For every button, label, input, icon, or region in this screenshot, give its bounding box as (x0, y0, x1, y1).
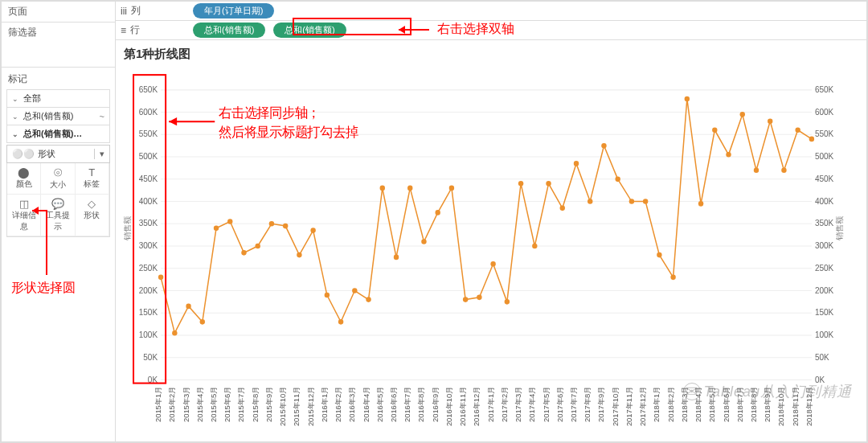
svg-text:2015年3月: 2015年3月 (182, 387, 190, 422)
svg-text:2018年3月: 2018年3月 (681, 387, 689, 422)
svg-point-104 (269, 221, 274, 227)
mark-icon: T (77, 166, 107, 178)
svg-text:100K: 100K (815, 330, 834, 339)
rows-pill-sales-1[interactable]: 总和(销售额) (193, 23, 265, 38)
svg-text:650K: 650K (815, 85, 834, 94)
svg-text:600K: 600K (815, 108, 834, 117)
svg-point-105 (283, 224, 288, 229)
svg-text:2017年11月: 2017年11月 (625, 387, 633, 426)
pages-panel: 页面 (2, 2, 115, 23)
svg-text:2016年9月: 2016年9月 (432, 387, 440, 422)
chart-area[interactable]: 0K0K50K50K100K100K150K150K200K200K250K25… (116, 68, 866, 441)
svg-text:2017年12月: 2017年12月 (639, 387, 647, 426)
svg-point-123 (532, 244, 537, 249)
svg-point-102 (241, 250, 246, 256)
rows-shelf-label: ≡ 行 (121, 23, 185, 37)
sidebar: 页面 筛选器 标记 ⌄全部⌄总和(销售额)~⌄总和(销售额)… ⚪⚪ 形状 ▾ … (2, 2, 116, 441)
svg-point-126 (574, 161, 579, 166)
svg-text:200K: 200K (815, 285, 834, 294)
svg-text:2017年4月: 2017年4月 (528, 387, 536, 422)
svg-text:400K: 400K (815, 197, 834, 206)
svg-text:2016年1月: 2016年1月 (321, 387, 329, 422)
svg-text:2016年6月: 2016年6月 (390, 387, 398, 422)
shape-icon: ⚪⚪ (12, 149, 35, 159)
svg-text:2016年12月: 2016年12月 (473, 387, 481, 426)
svg-text:2018年4月: 2018年4月 (694, 387, 702, 422)
svg-text:2015年10月: 2015年10月 (279, 387, 287, 426)
svg-text:200K: 200K (139, 285, 158, 294)
svg-text:销售额: 销售额 (123, 216, 132, 242)
svg-text:2015年7月: 2015年7月 (238, 387, 246, 422)
svg-text:2018年11月: 2018年11月 (792, 387, 800, 426)
svg-point-140 (768, 118, 772, 124)
svg-marker-146 (169, 117, 177, 125)
svg-text:2018年12月: 2018年12月 (805, 387, 813, 426)
svg-point-111 (366, 297, 371, 302)
svg-text:300K: 300K (815, 241, 834, 250)
svg-text:250K: 250K (815, 264, 834, 273)
svg-text:2018年1月: 2018年1月 (653, 387, 661, 422)
svg-point-127 (588, 199, 592, 204)
svg-text:2017年10月: 2017年10月 (612, 387, 620, 426)
chevron-down-icon: ▾ (94, 149, 104, 159)
svg-point-142 (795, 127, 800, 133)
svg-point-132 (657, 252, 661, 258)
svg-text:2016年5月: 2016年5月 (376, 387, 384, 422)
svg-point-98 (186, 304, 190, 310)
svg-text:2017年9月: 2017年9月 (598, 387, 606, 422)
svg-text:2015年2月: 2015年2月 (168, 387, 176, 422)
svg-text:2016年3月: 2016年3月 (348, 387, 356, 422)
svg-text:2017年5月: 2017年5月 (542, 387, 551, 422)
svg-text:550K: 550K (139, 129, 158, 138)
svg-text:650K: 650K (139, 85, 158, 94)
svg-point-97 (172, 330, 177, 336)
svg-text:150K: 150K (815, 308, 834, 317)
marks-cell-形状[interactable]: ◇形状 (76, 195, 109, 236)
marks-cell-标签[interactable]: T标签 (76, 163, 109, 195)
columns-shelf[interactable]: iii 列 年月(订单日期) (116, 2, 866, 21)
rows-shelf[interactable]: ≡ 行 总和(销售额) 总和(销售额) 右击选择双轴 (116, 21, 866, 40)
marks-cell-颜色[interactable]: ⬤颜色 (7, 163, 41, 195)
svg-text:2016年2月: 2016年2月 (334, 387, 342, 422)
main-area: iii 列 年月(订单日期) ≡ 行 总和(销售额) 总和(销售额) 右击选择双… (116, 2, 866, 441)
svg-text:550K: 550K (815, 129, 834, 138)
svg-point-112 (380, 186, 385, 191)
svg-point-118 (463, 297, 468, 302)
svg-text:2018年2月: 2018年2月 (667, 387, 675, 422)
mark-icon: ⦾ (43, 166, 72, 179)
chart-title: 第1种折线图 (116, 40, 866, 68)
svg-text:2015年9月: 2015年9月 (265, 387, 273, 422)
columns-pill-date[interactable]: 年月(订单日期) (193, 3, 274, 18)
svg-text:2015年6月: 2015年6月 (223, 387, 231, 422)
marks-cell-大小[interactable]: ⦾大小 (41, 163, 75, 195)
svg-text:2017年8月: 2017年8月 (583, 387, 592, 422)
svg-point-131 (643, 199, 648, 204)
svg-point-99 (200, 319, 205, 325)
shape-type-select[interactable]: ⚪⚪ 形状 ▾ (6, 145, 110, 163)
rows-icon: ≡ (121, 25, 126, 36)
svg-text:500K: 500K (815, 152, 834, 161)
line-chart[interactable]: 0K0K50K50K100K100K150K150K200K200K250K25… (122, 72, 847, 438)
svg-text:500K: 500K (139, 152, 158, 161)
svg-point-120 (490, 261, 495, 267)
svg-text:150K: 150K (139, 308, 158, 317)
svg-point-115 (421, 239, 426, 244)
svg-point-109 (338, 319, 343, 325)
svg-text:450K: 450K (139, 174, 158, 183)
marks-title: 标记 (6, 71, 110, 89)
annotation-shape-text: 形状选择圆 (11, 280, 76, 297)
svg-point-96 (158, 275, 163, 281)
marks-row-2[interactable]: ⌄总和(销售额)… (6, 125, 110, 143)
svg-text:600K: 600K (139, 108, 158, 117)
svg-text:50K: 50K (143, 353, 158, 362)
svg-text:350K: 350K (139, 219, 158, 228)
svg-point-133 (670, 275, 675, 281)
marks-row-1[interactable]: ⌄总和(销售额)~ (6, 107, 110, 125)
marks-row-0[interactable]: ⌄全部 (6, 89, 110, 107)
svg-point-134 (685, 96, 690, 102)
svg-point-106 (297, 252, 301, 258)
mark-icon: ◇ (77, 198, 107, 210)
svg-text:2018年5月: 2018年5月 (708, 387, 716, 422)
svg-text:350K: 350K (815, 219, 834, 228)
svg-point-110 (352, 288, 357, 293)
